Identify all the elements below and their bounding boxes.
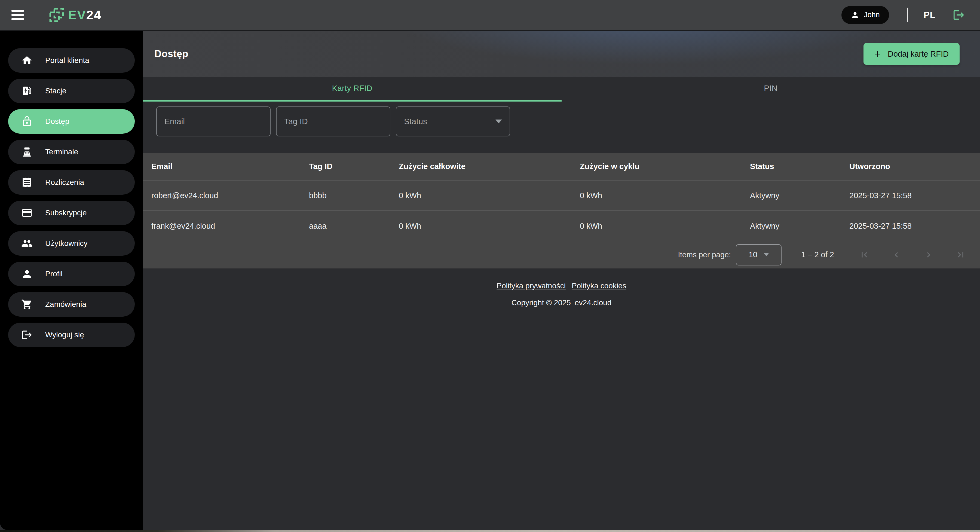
sidebar-item-stacje[interactable]: Stacje — [8, 79, 135, 103]
cell-cycle-usage: 0 kWh — [580, 191, 750, 200]
users-icon — [21, 238, 33, 249]
topbar-divider — [907, 8, 908, 22]
cell-created: 2025-03-27 15:58 — [850, 191, 980, 200]
pagination-bar: Items per page: 10 1 – 2 of 2 — [143, 241, 980, 268]
cookies-policy-link[interactable]: Polityka cookies — [572, 282, 626, 290]
col-email: Email — [143, 162, 309, 171]
ev-station-icon — [21, 85, 33, 97]
col-total-usage: Zużycie całkowite — [399, 162, 580, 171]
app-window: EV24 John PL Portal klienta — [0, 0, 980, 532]
cell-total-usage: 0 kWh — [399, 191, 580, 200]
sidebar-item-portal-klienta[interactable]: Portal klienta — [8, 48, 135, 73]
home-icon — [21, 55, 33, 66]
lock-open-icon — [21, 116, 33, 127]
page-footer: Polityka prywatności Polityka cookies Co… — [143, 282, 980, 307]
cell-status: Aktywny — [750, 221, 850, 231]
previous-page-icon[interactable] — [891, 250, 902, 260]
sidebar: Portal klienta Stacje Dostęp — [0, 31, 143, 530]
page-title: Dostęp — [154, 48, 188, 60]
sidebar-item-rozliczenia[interactable]: Rozliczenia — [8, 170, 135, 195]
user-name: John — [864, 11, 880, 19]
email-filter-input[interactable] — [156, 107, 270, 136]
person-icon — [21, 268, 33, 280]
cell-status: Aktywny — [750, 191, 850, 200]
cell-created: 2025-03-27 15:58 — [850, 221, 980, 231]
table-row[interactable]: robert@ev24.cloud bbbb 0 kWh 0 kWh Aktyw… — [143, 180, 980, 210]
receipt-icon — [21, 177, 33, 188]
cell-tag-id: bbbb — [309, 191, 399, 200]
logout-icon — [21, 329, 33, 341]
rfid-cards-table: Email Tag ID Zużycie całkowite Zużycie w… — [143, 153, 980, 268]
chevron-down-icon — [764, 253, 769, 256]
sidebar-item-dostep[interactable]: Dostęp — [8, 109, 135, 134]
sidebar-item-terminale[interactable]: Terminale — [8, 140, 135, 164]
next-page-icon[interactable] — [923, 250, 934, 260]
logout-icon — [953, 9, 965, 21]
tabbar: Karty RFID PIN — [143, 77, 980, 102]
bottom-edge-strip — [0, 530, 980, 532]
page-header: Dostęp + Dodaj kartę RFID — [143, 31, 980, 77]
items-per-page-select[interactable]: 10 — [736, 244, 781, 266]
cell-email: robert@ev24.cloud — [143, 191, 309, 200]
items-per-page-label: Items per page: — [678, 250, 731, 259]
col-cycle-usage: Zużycie w cyklu — [580, 162, 750, 171]
tab-pin[interactable]: PIN — [562, 77, 980, 102]
sidebar-item-uzytkownicy[interactable]: Użytkownicy — [8, 231, 135, 256]
pagination-range-label: 1 – 2 of 2 — [801, 250, 834, 259]
add-rfid-card-button[interactable]: + Dodaj kartę RFID — [864, 43, 959, 65]
cell-cycle-usage: 0 kWh — [580, 221, 750, 231]
credit-card-icon — [21, 207, 33, 219]
cell-total-usage: 0 kWh — [399, 221, 580, 231]
plus-icon: + — [874, 48, 881, 59]
domain-link[interactable]: ev24.cloud — [575, 298, 611, 307]
filter-row: Status — [156, 107, 980, 136]
pagination-controls — [859, 250, 966, 260]
status-filter-select[interactable]: Status — [396, 107, 510, 136]
last-page-icon[interactable] — [956, 250, 966, 260]
cart-icon — [21, 299, 33, 310]
language-button[interactable]: PL — [924, 10, 935, 20]
logo-text: EV24 — [68, 7, 102, 22]
first-page-icon[interactable] — [859, 250, 869, 260]
sidebar-item-subskrypcje[interactable]: Subskrypcje — [8, 201, 135, 225]
col-created: Utworzono — [850, 162, 980, 171]
main-content: Dostęp + Dodaj kartę RFID Karty RFID PIN… — [143, 31, 980, 530]
cell-email: frank@ev24.cloud — [143, 221, 309, 231]
topbar: EV24 John PL — [0, 0, 980, 31]
sidebar-item-profil[interactable]: Profil — [8, 262, 135, 286]
privacy-policy-link[interactable]: Polityka prywatności — [496, 282, 566, 290]
table-row[interactable]: frank@ev24.cloud aaaa 0 kWh 0 kWh Aktywn… — [143, 210, 980, 241]
tab-karty-rfid[interactable]: Karty RFID — [143, 77, 562, 102]
col-tag-id: Tag ID — [309, 162, 399, 171]
pos-terminal-icon — [21, 146, 33, 158]
sidebar-item-wyloguj[interactable]: Wyloguj się — [8, 323, 135, 347]
sidebar-item-zamowienia[interactable]: Zamówienia — [8, 292, 135, 317]
chevron-down-icon — [495, 119, 502, 123]
copyright-text: Copyright © 2025 — [512, 298, 571, 307]
table-header-row: Email Tag ID Zużycie całkowite Zużycie w… — [143, 153, 980, 180]
person-icon — [851, 11, 859, 19]
logout-button[interactable] — [953, 9, 965, 21]
user-menu-button[interactable]: John — [842, 6, 889, 24]
col-status: Status — [750, 162, 850, 171]
hamburger-menu-icon[interactable] — [11, 10, 24, 20]
logo-mark-icon — [49, 7, 64, 22]
tag-id-filter-input[interactable] — [276, 107, 390, 136]
logo[interactable]: EV24 — [49, 7, 102, 22]
cell-tag-id: aaaa — [309, 221, 399, 231]
